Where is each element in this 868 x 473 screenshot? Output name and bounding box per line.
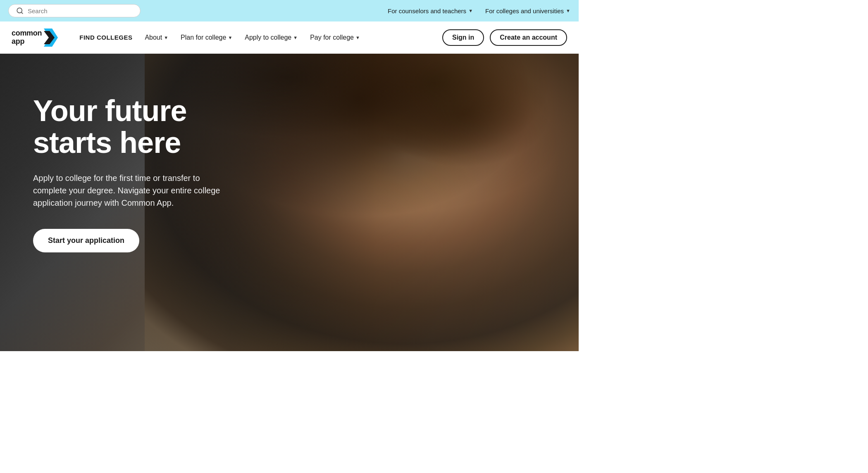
hero-title: Your future starts here — [33, 95, 223, 159]
search-box[interactable] — [8, 4, 141, 17]
nav-pay-for-college[interactable]: Pay for college ▼ — [305, 30, 365, 45]
chevron-down-icon: ▼ — [468, 8, 473, 13]
chevron-down-icon: ▼ — [164, 35, 168, 40]
chevron-down-icon: ▼ — [355, 35, 360, 40]
nav-apply-to-college[interactable]: Apply to college ▼ — [240, 30, 303, 45]
counselors-link[interactable]: For counselors and teachers ▼ — [388, 7, 473, 14]
search-icon — [16, 7, 24, 14]
create-account-button[interactable]: Create an account — [490, 29, 567, 46]
logo-text: common app — [12, 29, 42, 46]
chevron-down-icon: ▼ — [293, 35, 298, 40]
nav-find-colleges[interactable]: FIND COLLEGES — [74, 30, 137, 45]
logo[interactable]: common app — [12, 29, 58, 47]
utility-bar: For counselors and teachers ▼ For colleg… — [0, 0, 579, 21]
nav-about[interactable]: About ▼ — [140, 30, 173, 45]
chevron-down-icon: ▼ — [228, 35, 232, 40]
sign-in-button[interactable]: Sign in — [442, 29, 484, 46]
svg-line-1 — [21, 12, 22, 13]
hero-section: Your future starts here Apply to college… — [0, 54, 579, 351]
nav-buttons: Sign in Create an account — [442, 29, 567, 46]
colleges-universities-link[interactable]: For colleges and universities ▼ — [485, 7, 570, 14]
logo-chevron-icon — [44, 29, 58, 47]
chevron-down-icon: ▼ — [566, 8, 570, 13]
main-nav: common app FIND COLLEGES About ▼ Plan fo… — [0, 21, 579, 54]
hero-content: Your future starts here Apply to college… — [0, 54, 256, 294]
hero-subtitle: Apply to college for the first time or t… — [33, 172, 223, 209]
search-input[interactable] — [28, 7, 133, 14]
nav-plan-for-college[interactable]: Plan for college ▼ — [176, 30, 237, 45]
nav-links: FIND COLLEGES About ▼ Plan for college ▼… — [74, 30, 442, 45]
utility-links: For counselors and teachers ▼ For colleg… — [388, 7, 570, 14]
start-application-button[interactable]: Start your application — [33, 229, 139, 252]
